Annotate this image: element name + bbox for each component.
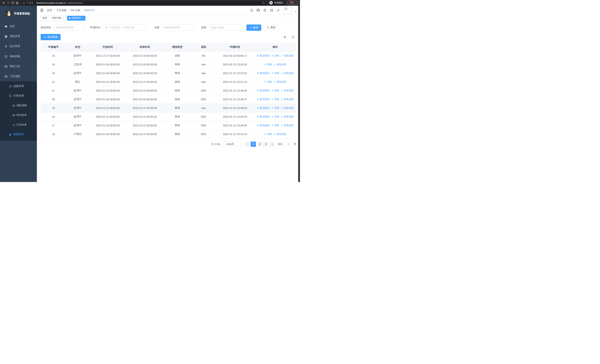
security-warning-icon[interactable] [23,1,25,4]
browser-home-icon[interactable] [16,1,19,4]
tag-首页[interactable]: 首页 [41,16,49,20]
browser-reload-icon[interactable] [11,1,14,4]
goto-page-input[interactable] [284,142,292,147]
sidebar-item-dev-tools[interactable]: 研发工具 [0,61,37,71]
browser-menu-icon[interactable] [295,1,298,4]
toggle-search-button[interactable] [281,34,288,40]
progress-action-link[interactable]: 审批进度 [281,98,293,101]
detail-action-link[interactable]: 详情 [264,80,272,84]
page-button-1[interactable]: 1 [251,142,256,147]
detail-action-link[interactable]: 详情 [264,63,272,66]
refresh-table-button[interactable] [290,34,296,40]
apply-time-range-picker[interactable]: 开始日期 - 结束日期 [103,24,148,31]
sidebar-item-payment[interactable]: 支付管理 [0,41,37,51]
detail-action-link[interactable]: 详情 [271,89,279,92]
cell-end-time: 2022-01-04 00:00:00 [126,95,163,104]
incognito-icon [269,1,273,4]
sidebar-item-leave-query[interactable]: 请假查询 [0,130,37,139]
page-size-select[interactable]: 10条/页 [223,142,241,147]
page-scrollbar[interactable] [298,6,300,182]
tag-请假查询[interactable]: 请假查询 [67,16,85,20]
cancel-action-link[interactable]: 取消请假 [257,54,269,57]
progress-action-link[interactable]: 审批进度 [281,124,293,127]
browser-forward-icon[interactable] [7,1,10,4]
detail-action-link[interactable]: 详情 [271,106,279,110]
progress-action-link[interactable]: 审批进度 [281,89,293,92]
sidebar-item-todo-tasks[interactable]: 待办任务 [0,110,37,120]
fullscreen-icon[interactable] [270,9,273,12]
detail-action-link[interactable]: 详情 [271,98,279,101]
sidebar-item-done-tasks[interactable]: 已办任务 [0,120,37,130]
cell-reason: EEE [191,130,216,139]
progress-action-link[interactable]: 审批进度 [281,72,293,75]
avatar-caret-icon[interactable] [295,10,297,13]
cancel-action-link[interactable]: 取消请假 [257,72,269,75]
github-icon[interactable] [256,9,260,12]
breadcrumb-item[interactable]: OA 示例 [71,9,80,12]
sidebar-item-workflow[interactable]: 工作流程 [0,71,37,81]
create-leave-button[interactable]: 发起请假 [41,34,61,40]
app-logo[interactable]: 芋道管理系统 [0,6,37,21]
progress-action-link[interactable]: 审批进度 [274,132,286,136]
cell-operations: 取消请假详情审批进度 [254,121,296,130]
leave-type-select[interactable]: 请选择请假类型 [53,24,86,31]
progress-action-link[interactable]: 审批进度 [281,115,293,118]
detail-action-link[interactable]: 详情 [271,124,279,127]
reset-button[interactable]: 重置 [264,24,279,31]
tag-流程详情[interactable]: 流程详情 [50,16,66,20]
next-page-button[interactable] [270,142,275,147]
sidebar-item-infrastructure[interactable]: 基础设施 [0,51,37,61]
cancel-action-link[interactable]: 取消请假 [257,89,269,92]
detail-action-link[interactable]: 详情 [271,115,279,118]
font-size-icon[interactable]: TT [276,9,280,12]
sidebar-collapse-icon[interactable] [40,8,44,12]
cell-operations: 取消请假详情审批进度 [254,95,296,104]
cell-operations: 详情审批进度 [254,130,296,139]
action-label: 审批进度 [284,72,293,75]
cancel-action-link[interactable]: 取消请假 [257,115,269,118]
plus-icon [44,36,46,38]
sidebar-item-my-process[interactable]: 我的流程 [0,101,37,110]
cancel-action-link[interactable]: 取消请假 [257,98,269,101]
apply-time-label: 申请时间 [90,26,100,29]
sidebar-item-home[interactable]: 首页 [0,21,37,31]
cancel-action-link[interactable]: 取消请假 [257,106,269,110]
progress-action-link[interactable]: 审批进度 [281,106,293,110]
sidebar-item-process-mgmt[interactable]: 流程管理 [0,81,37,91]
action-label: 详情 [274,115,279,118]
cell-status: 通过 [66,77,89,86]
search-icon[interactable] [250,9,253,12]
progress-action-link[interactable]: 审批进度 [274,63,286,66]
result-label: 结果 [154,26,159,29]
browser-toolbar: 不安全 dashboard.yudao.iocoder.cn/bpm/oa/le… [0,0,300,6]
cancel-action-link[interactable]: 取消请假 [257,124,269,127]
update-button[interactable]: 更新 [287,1,299,5]
bookmark-star-icon[interactable] [262,1,265,4]
page-button-3[interactable]: 3 [263,142,269,147]
breadcrumb-item[interactable]: 工作流程 [56,9,66,12]
result-select[interactable]: 请选择流结果 [162,24,194,31]
breadcrumb-item[interactable]: 首页 [47,9,52,12]
cell-status: 处理中 [66,69,89,77]
reason-input[interactable] [209,24,242,31]
detail-action-link[interactable]: 详情 [271,54,279,57]
progress-action-link[interactable]: 审批进度 [274,80,286,84]
progress-action-link[interactable]: 审批进度 [281,54,293,57]
cell-start-time: 2022-01-04 00:00:00 [89,130,126,139]
toolbar: 发起请假 [41,34,296,40]
page-button-2[interactable]: 2 [257,142,262,147]
prev-page-button[interactable] [244,142,250,147]
detail-action-link[interactable]: 详情 [264,132,272,136]
close-icon[interactable] [82,17,84,19]
user-avatar[interactable] [284,7,291,14]
search-button[interactable]: 搜索 [246,24,261,31]
sidebar-item-task-mgmt[interactable]: 任务管理 [0,91,37,101]
table-row: 16不通过2022-01-04 00:00:002022-01-13 00:00… [41,130,296,139]
sidebar-item-system[interactable]: 系统管理 [0,31,37,41]
browser-back-icon[interactable] [2,1,5,4]
help-icon[interactable] [263,9,267,12]
detail-action-link[interactable]: 详情 [271,72,279,75]
cell-end-time: 2022-01-23 00:00:00 [126,86,163,95]
url-bar[interactable]: 不安全 dashboard.yudao.iocoder.cn/bpm/oa/le… [21,1,267,5]
close-icon[interactable] [62,17,64,19]
